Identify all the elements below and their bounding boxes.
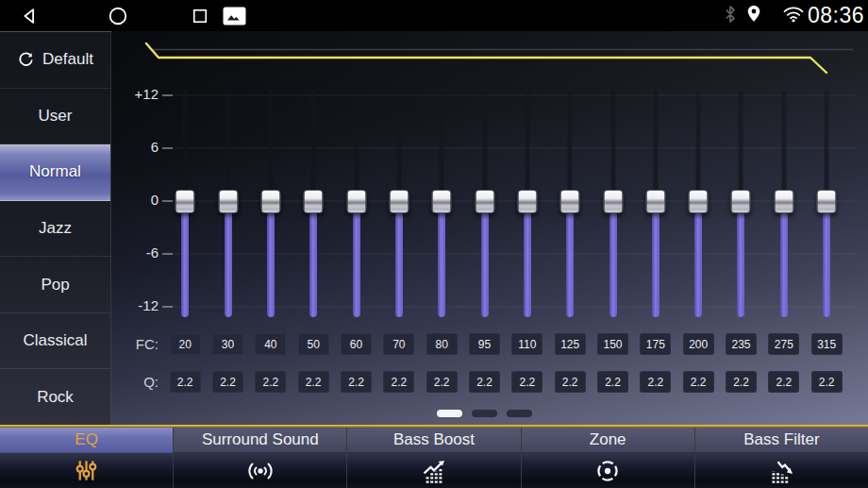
tab-surround-sound[interactable]: Surround Sound [173,425,346,488]
fc-value-box[interactable]: 275 [768,333,799,355]
location-icon [746,5,761,26]
eq-band-slider-20hz[interactable] [174,31,196,352]
eq-band-slider-70hz[interactable] [388,31,410,352]
q-row-label: Q: [111,374,159,390]
q-value-box[interactable]: 2.2 [426,371,458,393]
fc-value-box[interactable]: 40 [255,333,286,355]
bass-filter-icon [695,453,868,488]
q-value-box[interactable]: 2.2 [597,371,628,393]
eq-band-slider-30hz[interactable] [217,31,240,352]
fc-value-box[interactable]: 60 [341,333,372,355]
slider-handle[interactable] [560,190,580,213]
fc-value-box[interactable]: 95 [469,333,500,355]
back-icon[interactable] [19,6,40,26]
slider-handle[interactable] [731,190,751,213]
bass-boost-icon [347,453,520,488]
q-value-box[interactable]: 2.2 [511,371,542,393]
page-dot-2[interactable] [472,410,497,417]
recents-icon[interactable] [191,7,209,25]
slider-handle[interactable] [389,190,409,213]
tab-bass-boost[interactable]: Bass Boost [346,425,520,488]
slider-handle[interactable] [304,190,324,213]
screenshot-thumbnail-icon[interactable] [223,7,246,25]
q-value-box[interactable]: 2.2 [383,371,414,393]
tab-eq[interactable]: EQ [0,425,173,488]
eq-band-slider-110hz[interactable] [516,31,539,352]
slider-handle[interactable] [432,190,452,213]
q-value-box[interactable]: 2.2 [341,371,372,393]
home-icon[interactable] [108,6,128,26]
scale-label: -6 [111,244,159,261]
q-value-box[interactable]: 2.2 [683,371,714,393]
fc-value-box[interactable]: 80 [426,333,458,355]
fc-value-box[interactable]: 315 [811,333,843,355]
eq-band-slider-150hz[interactable] [602,31,625,352]
page-dot-3[interactable] [507,410,532,417]
eq-band-slider-50hz[interactable] [302,31,325,352]
fc-value-box[interactable]: 70 [383,333,414,355]
eq-band-slider-60hz[interactable] [345,31,368,352]
q-value-box[interactable]: 2.2 [212,371,243,393]
slider-fill [652,211,659,317]
preset-label: Rock [37,388,74,407]
preset-label: Jazz [39,219,72,238]
head-unit-screen: 08:36 DefaultUserNormalJazzPopClassicalR… [0,0,868,488]
eq-band-slider-95hz[interactable] [474,31,496,352]
eq-band-slider-235hz[interactable] [729,31,752,352]
eq-band-slider-125hz[interactable] [559,31,581,352]
eq-band-slider-80hz[interactable] [430,31,453,352]
fc-value-box[interactable]: 175 [640,333,671,355]
preset-label: Classical [23,331,87,350]
preset-item-jazz[interactable]: Jazz [0,201,110,258]
fc-value-box[interactable]: 235 [726,333,757,355]
slider-handle[interactable] [774,190,793,213]
android-status-bar: 08:36 [0,0,868,31]
preset-item-rock[interactable]: Rock [0,369,110,425]
eq-band-slider-40hz[interactable] [259,31,282,352]
slider-handle[interactable] [346,190,366,213]
fc-value-box[interactable]: 200 [683,333,714,355]
fc-value-box[interactable]: 125 [555,333,586,355]
preset-item-classical[interactable]: Classical [0,313,110,370]
slider-fill [566,211,574,317]
q-value-box[interactable]: 2.2 [469,371,500,393]
scale-label: +12 [111,86,159,102]
tab-bass-filter[interactable]: Bass Filter [694,425,868,488]
fc-value-box[interactable]: 20 [170,333,201,355]
q-value-box[interactable]: 2.2 [170,371,201,393]
q-value-box[interactable]: 2.2 [811,371,843,393]
slider-handle[interactable] [603,190,623,213]
q-value-box[interactable]: 2.2 [255,371,286,393]
fc-value-box[interactable]: 110 [511,333,542,355]
slider-handle[interactable] [218,190,238,213]
fc-value-box[interactable]: 50 [298,333,329,355]
tab-zone[interactable]: Zone [521,425,694,488]
fc-value-box[interactable]: 150 [597,333,628,355]
preset-item-user[interactable]: User [0,89,110,145]
slider-fill [181,211,189,317]
slider-handle[interactable] [645,190,665,213]
preset-item-normal[interactable]: Normal [0,144,110,201]
q-value-box[interactable]: 2.2 [298,371,329,393]
slider-handle[interactable] [475,190,494,213]
slider-handle[interactable] [817,190,837,213]
slider-fill [309,211,317,317]
q-value-box[interactable]: 2.2 [555,371,586,393]
preset-item-default[interactable]: Default [0,32,110,89]
page-dot-1[interactable] [437,410,462,417]
slider-fill [438,211,445,317]
slider-fill [353,211,360,317]
eq-band-slider-200hz[interactable] [687,31,709,352]
eq-band-slider-315hz[interactable] [815,31,838,352]
q-value-box[interactable]: 2.2 [726,371,757,393]
eq-band-slider-175hz[interactable] [644,31,667,352]
preset-item-pop[interactable]: Pop [0,257,110,313]
fc-value-box[interactable]: 30 [212,333,243,355]
slider-handle[interactable] [517,190,537,213]
eq-band-slider-275hz[interactable] [773,31,795,352]
q-value-box[interactable]: 2.2 [768,371,799,393]
slider-handle[interactable] [260,190,280,213]
slider-handle[interactable] [175,190,195,213]
q-value-box[interactable]: 2.2 [640,371,671,393]
slider-handle[interactable] [689,190,709,213]
